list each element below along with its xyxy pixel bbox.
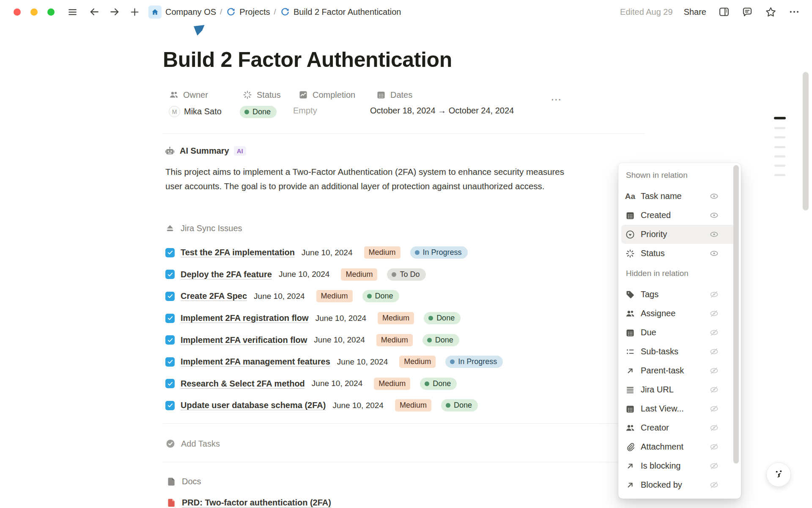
property-value-dates[interactable]: October 18, 2024 → October 24, 2024 <box>370 106 514 116</box>
relation-menu-item-parent-task[interactable]: Parent-task <box>621 361 738 380</box>
favorite-star-icon[interactable] <box>765 6 777 18</box>
priority-pill[interactable]: Medium <box>395 399 431 411</box>
task-title-link[interactable]: Research & Select 2FA method <box>181 379 305 389</box>
relation-menu-item-priority[interactable]: Priority <box>621 225 738 244</box>
task-title-link[interactable]: Deploy the 2FA feature <box>181 270 272 279</box>
outline-dash-active[interactable] <box>774 117 786 119</box>
relation-menu-item-blocked-by[interactable]: Blocked by <box>621 475 738 494</box>
relation-menu-item-creator[interactable]: Creator <box>621 418 738 437</box>
jira-sync-issues-heading[interactable]: Jira Sync Issues <box>165 223 242 233</box>
breadcrumb-company-os[interactable]: Company OS <box>165 7 216 17</box>
priority-pill[interactable]: Medium <box>374 378 410 390</box>
doc-link-row[interactable]: PRD: Two-factor authentication (2FA) <box>167 498 331 508</box>
property-label-owner[interactable]: Owner <box>169 90 208 100</box>
traffic-close-button[interactable] <box>14 8 21 16</box>
side-panel-icon[interactable] <box>718 6 730 18</box>
property-value-status[interactable]: Done <box>240 106 277 118</box>
forward-arrow-icon[interactable] <box>109 6 120 17</box>
ai-summary-text-line1[interactable]: This project aims to implement a Two-Fac… <box>165 167 564 177</box>
status-pill[interactable]: In Progress <box>410 246 468 259</box>
relation-menu-item-last-view-[interactable]: Last View... <box>621 399 738 418</box>
eye-icon[interactable] <box>709 229 719 239</box>
outline-dash[interactable] <box>774 174 785 176</box>
relation-menu-item-status[interactable]: Status <box>621 244 738 263</box>
task-title-link[interactable]: Implement 2FA registration flow <box>181 313 309 323</box>
priority-pill[interactable]: Medium <box>376 334 413 346</box>
status-pill[interactable]: Done <box>441 399 478 411</box>
relation-menu-item-is-blocking[interactable]: Is blocking <box>621 456 738 475</box>
eye-slash-icon[interactable] <box>709 290 719 299</box>
status-pill[interactable]: Done <box>422 334 459 346</box>
outline-dash[interactable] <box>774 127 785 129</box>
priority-pill[interactable]: Medium <box>341 268 377 281</box>
eye-slash-icon[interactable] <box>709 328 719 337</box>
eye-slash-icon[interactable] <box>709 480 719 490</box>
traffic-minimize-button[interactable] <box>30 8 38 16</box>
priority-pill[interactable]: Medium <box>399 356 436 368</box>
eye-slash-icon[interactable] <box>709 385 719 395</box>
property-label-dates[interactable]: Dates <box>376 90 412 100</box>
docs-heading[interactable]: Docs <box>167 477 201 486</box>
back-arrow-icon[interactable] <box>89 6 100 17</box>
checkbox-checked-icon[interactable] <box>165 401 175 410</box>
eye-slash-icon[interactable] <box>709 461 719 471</box>
window-scrollbar[interactable] <box>803 72 809 210</box>
relation-menu-item-tags[interactable]: Tags <box>621 285 738 304</box>
checkbox-checked-icon[interactable] <box>165 314 175 323</box>
eye-slash-icon[interactable] <box>709 404 719 414</box>
relation-menu-item-due[interactable]: Due <box>621 323 738 342</box>
priority-pill[interactable]: Medium <box>364 246 401 259</box>
properties-more-button[interactable]: ⋯ <box>551 94 562 105</box>
checkbox-checked-icon[interactable] <box>165 292 175 301</box>
eye-slash-icon[interactable] <box>709 366 719 375</box>
priority-pill[interactable]: Medium <box>378 312 414 324</box>
status-pill[interactable]: Done <box>362 290 399 302</box>
eye-slash-icon[interactable] <box>709 423 719 433</box>
relation-menu-item-partial[interactable] <box>621 494 738 499</box>
ai-summary-text-line2[interactable]: user accounts. The goal is to provide an… <box>165 181 544 191</box>
checkbox-checked-icon[interactable] <box>165 270 175 279</box>
task-title-link[interactable]: Update user database schema (2FA) <box>181 400 326 410</box>
popup-scrollbar[interactable] <box>733 165 739 464</box>
relation-menu-item-attachment[interactable]: Attachment <box>621 437 738 456</box>
task-title-link[interactable]: Test the 2FA implementation <box>181 248 295 257</box>
outline-dash[interactable] <box>774 146 785 148</box>
menu-icon[interactable] <box>67 7 78 17</box>
task-title-link[interactable]: Implement 2FA management features <box>181 357 330 367</box>
traffic-zoom-button[interactable] <box>47 8 55 16</box>
relation-menu-item-sub-tasks[interactable]: Sub-tasks <box>621 342 738 361</box>
checkbox-checked-icon[interactable] <box>165 335 175 345</box>
relation-menu-item-jira-url[interactable]: Jira URL <box>621 380 738 399</box>
new-tab-plus-icon[interactable] <box>129 7 140 17</box>
ai-summary-heading[interactable]: AI Summary AI <box>165 146 246 156</box>
property-value-completion[interactable]: Empty <box>293 106 317 116</box>
eye-slash-icon[interactable] <box>709 347 719 356</box>
page-title[interactable]: Build 2 Factor Authentication <box>163 47 452 72</box>
page-icon[interactable] <box>194 25 205 36</box>
prd-doc-link[interactable]: PRD: Two-factor authentication (2FA) <box>182 498 331 508</box>
status-pill[interactable]: Done <box>424 312 461 324</box>
more-options-icon[interactable] <box>788 6 800 18</box>
status-pill[interactable]: In Progress <box>445 356 503 368</box>
status-pill[interactable]: Done <box>420 378 457 390</box>
outline-dash[interactable] <box>774 155 785 157</box>
add-tasks-heading[interactable]: Add Tasks <box>165 439 220 449</box>
notion-ai-face-button[interactable] <box>766 462 791 487</box>
checkbox-checked-icon[interactable] <box>165 379 175 388</box>
relation-menu-item-assignee[interactable]: Assignee <box>621 304 738 323</box>
priority-pill[interactable]: Medium <box>316 290 353 302</box>
breadcrumb-projects[interactable]: Projects <box>239 7 270 17</box>
task-title-link[interactable]: Implement 2FA verification flow <box>181 335 307 345</box>
eye-slash-icon[interactable] <box>709 442 719 452</box>
comments-icon[interactable] <box>741 6 753 18</box>
task-title-link[interactable]: Create 2FA Spec <box>181 291 247 301</box>
relation-menu-item-task-name[interactable]: Aa Task name <box>621 187 738 206</box>
eye-icon[interactable] <box>709 210 719 220</box>
checkbox-checked-icon[interactable] <box>165 357 175 367</box>
property-label-completion[interactable]: Completion <box>298 90 355 100</box>
checkbox-checked-icon[interactable] <box>165 248 175 257</box>
breadcrumb-current-page[interactable]: Build 2 Factor Authentication <box>294 7 401 17</box>
property-value-owner[interactable]: M Mika Sato <box>169 106 222 117</box>
eye-slash-icon[interactable] <box>709 309 719 318</box>
eye-icon[interactable] <box>709 191 719 201</box>
